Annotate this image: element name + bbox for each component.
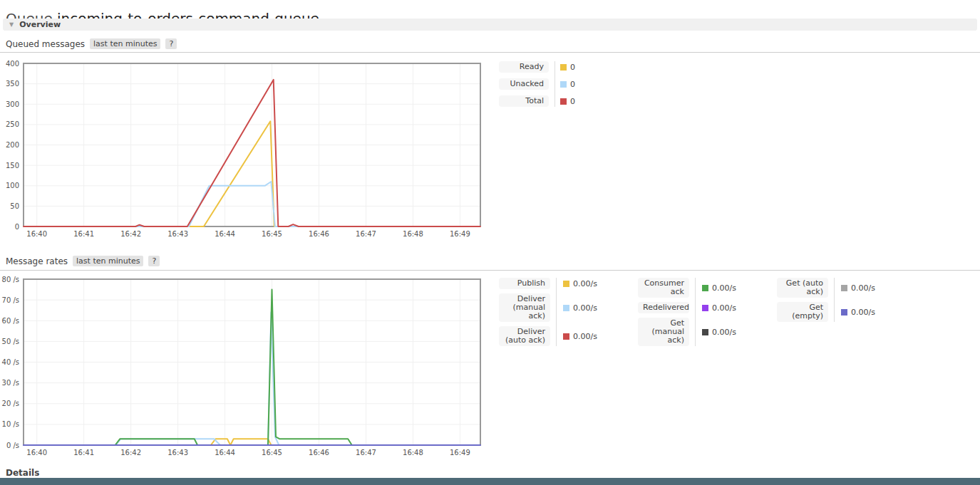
legend-swatch-consumer-ack	[702, 285, 708, 291]
legend-swatch-get-manual-ack	[702, 329, 708, 335]
x-tick-label: 16:45	[262, 230, 282, 238]
legend-row-unacked: Unacked0	[499, 78, 631, 90]
bottom-bar	[0, 478, 980, 485]
legend-swatch-deliver-manual-ack	[563, 305, 569, 311]
legend-label-unacked: Unacked	[499, 78, 549, 90]
legend-value-wrap: 0.00/s	[702, 303, 736, 313]
overview-label: Overview	[19, 20, 61, 29]
x-tick-label: 16:47	[356, 449, 376, 457]
legend-swatch-deliver-auto-ack	[563, 333, 569, 340]
queued-help-icon[interactable]: ?	[165, 38, 177, 49]
legend-value-consumer-ack: 0.00/s	[712, 283, 736, 293]
y-tick-label: 50	[10, 202, 19, 210]
x-tick-label: 16:43	[167, 230, 188, 238]
x-tick-label: 16:48	[403, 230, 423, 238]
legend-group: Ready0Unacked0Total0	[499, 61, 631, 107]
legend-row-get-empty: Get (empty)0.00/s	[777, 302, 909, 322]
y-tick-label: 300	[6, 100, 19, 108]
x-tick-label: 16:40	[26, 449, 47, 457]
legend-value-wrap: 0.00/s	[702, 283, 736, 293]
message-rates-chart: 0 /s10 /s20 /s30 /s40 /s50 /s60 /s70 /s8…	[0, 275, 492, 465]
legend-divider	[556, 278, 557, 346]
x-tick-label: 16:40	[26, 230, 47, 238]
legend-value-wrap: 0	[560, 97, 575, 106]
y-tick-label: 80 /s	[2, 276, 19, 283]
chart-canvas: 05010015020025030035040016:4016:4116:421…	[0, 59, 492, 244]
legend-value-unacked: 0	[570, 80, 575, 89]
details-section-header[interactable]: Details	[6, 468, 39, 478]
x-tick-label: 16:43	[167, 449, 188, 457]
legend-label-get-auto-ack: Get (auto ack)	[777, 278, 828, 298]
series-publish	[24, 439, 480, 445]
series-deliver-manual-ack	[24, 313, 480, 445]
series-consumer-ack	[24, 290, 480, 445]
legend-label-ready: Ready	[499, 61, 549, 73]
legend-value-deliver-auto-ack: 0.00/s	[573, 332, 597, 341]
legend-value-wrap: 0.00/s	[563, 279, 597, 288]
y-tick-label: 10 /s	[2, 420, 19, 428]
details-title: Details	[6, 468, 39, 478]
legend-group: Consumer ack0.00/sRedelivered0.00/sGet (…	[638, 278, 770, 346]
legend-label-get-manual-ack: Get (manual ack)	[638, 318, 689, 346]
queued-range-badge[interactable]: last ten minutes	[90, 38, 160, 49]
legend-label-publish: Publish	[499, 278, 550, 289]
x-tick-label: 16:49	[450, 449, 470, 457]
y-tick-label: 250	[6, 120, 19, 128]
legend-value-total: 0	[570, 97, 575, 106]
legend-swatch-publish	[563, 281, 569, 287]
queued-messages-title: Queued messages	[6, 39, 85, 49]
legend-label-deliver-manual-ack: Deliver (manual ack)	[499, 293, 550, 322]
legend-value-get-manual-ack: 0.00/s	[712, 328, 736, 337]
legend-swatch-unacked	[560, 81, 567, 88]
queued-messages-chart: 05010015020025030035040016:4016:4116:421…	[0, 59, 492, 246]
message-rates-header: Message rates last ten minutes ?	[6, 256, 160, 266]
legend-divider	[555, 61, 555, 107]
y-tick-label: 40 /s	[2, 358, 19, 366]
legend-row-redelivered: Redelivered0.00/s	[638, 302, 770, 313]
legend-group: Get (auto ack)0.00/sGet (empty)0.00/s	[777, 278, 909, 322]
series-total	[24, 80, 480, 226]
y-tick-label: 0 /s	[6, 442, 19, 449]
legend-value-wrap: 0	[560, 80, 575, 89]
x-tick-label: 16:45	[262, 449, 282, 457]
legend-value-wrap: 0.00/s	[563, 303, 597, 313]
legend-row-total: Total0	[499, 95, 631, 107]
legend-value-wrap: 0.00/s	[702, 328, 736, 337]
queued-messages-header: Queued messages last ten minutes ?	[6, 38, 177, 49]
y-tick-label: 60 /s	[2, 317, 19, 325]
message-rates-legend: Publish0.00/sDeliver (manual ack)0.00/sD…	[499, 278, 909, 346]
legend-label-get-empty: Get (empty)	[777, 302, 828, 322]
message-rates-title: Message rates	[6, 256, 68, 266]
legend-value-get-empty: 0.00/s	[851, 308, 875, 317]
legend-value-wrap: 0.00/s	[841, 283, 875, 293]
legend-value-get-auto-ack: 0.00/s	[851, 283, 875, 293]
legend-swatch-ready	[560, 64, 567, 71]
y-tick-label: 50 /s	[2, 338, 19, 345]
x-tick-label: 16:44	[215, 230, 235, 238]
divider	[0, 270, 980, 271]
y-tick-label: 30 /s	[2, 379, 19, 387]
chart-canvas: 0 /s10 /s20 /s30 /s40 /s50 /s60 /s70 /s8…	[0, 275, 492, 462]
legend-group: Publish0.00/sDeliver (manual ack)0.00/sD…	[499, 278, 631, 346]
y-tick-label: 150	[6, 162, 19, 170]
legend-row-publish: Publish0.00/s	[499, 278, 631, 289]
legend-row-get-manual-ack: Get (manual ack)0.00/s	[638, 318, 770, 346]
legend-label-redelivered: Redelivered	[638, 302, 689, 313]
legend-value-deliver-manual-ack: 0.00/s	[573, 303, 597, 313]
series-ready	[24, 121, 480, 226]
series-unacked	[24, 182, 480, 226]
y-tick-label: 400	[6, 60, 19, 68]
legend-swatch-redelivered	[702, 305, 708, 311]
overview-section-header[interactable]: ▼ Overview	[3, 19, 977, 31]
x-tick-label: 16:47	[356, 230, 376, 238]
rates-range-badge[interactable]: last ten minutes	[73, 256, 143, 266]
x-tick-label: 16:44	[215, 449, 235, 457]
legend-row-ready: Ready0	[499, 61, 631, 73]
rates-help-icon[interactable]: ?	[148, 256, 160, 266]
legend-value-wrap: 0.00/s	[563, 332, 597, 341]
legend-row-deliver-manual-ack: Deliver (manual ack)0.00/s	[499, 293, 631, 322]
legend-value-redelivered: 0.00/s	[712, 303, 736, 313]
legend-value-wrap: 0	[560, 63, 575, 72]
divider	[0, 52, 980, 53]
legend-row-consumer-ack: Consumer ack0.00/s	[638, 278, 770, 298]
